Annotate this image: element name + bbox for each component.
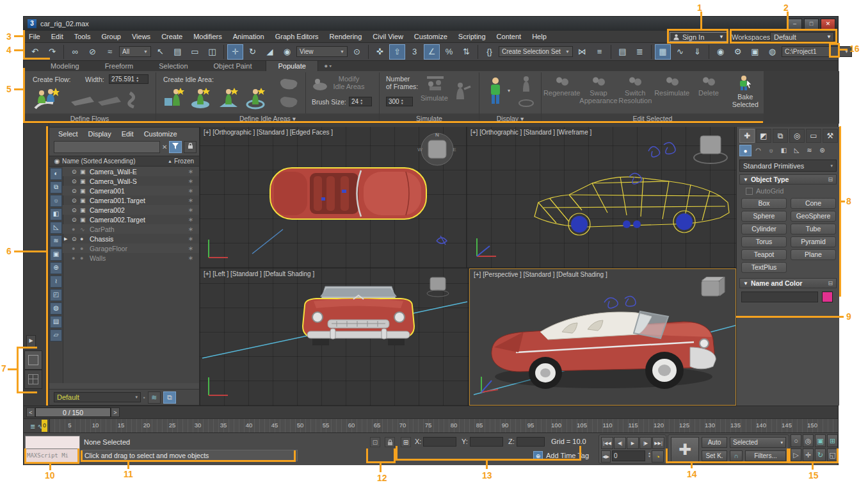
ribbon-button-bake-selected[interactable]: Bake Selected: [727, 72, 763, 108]
rectangular-selection-icon[interactable]: ▭: [187, 44, 203, 60]
car-top-view[interactable]: [245, 159, 462, 261]
align-icon[interactable]: ≡: [591, 44, 607, 60]
select-and-move-icon[interactable]: ✛: [227, 44, 243, 60]
display-cameras-icon[interactable]: ◧: [50, 208, 62, 220]
visibility-eye-icon[interactable]: ⊙: [72, 236, 80, 242]
visibility-eye-icon[interactable]: ●: [72, 245, 80, 252]
name-column-header[interactable]: Name (Sorted Ascending): [62, 158, 136, 165]
layer-explorer-toggle-icon[interactable]: ≣: [632, 44, 648, 60]
autogrid-checkbox[interactable]: [746, 188, 753, 195]
maxscript-mini-listener-top[interactable]: [25, 436, 80, 449]
ribbon-button-delete[interactable]: Delete: [691, 72, 727, 97]
layer-flyout-icon[interactable]: ▪: [143, 395, 145, 400]
time-configuration-icon[interactable]: ◔: [652, 450, 664, 463]
explorer-menu-select[interactable]: Select: [58, 130, 78, 138]
frozen-state-icon[interactable]: ∗: [188, 254, 193, 261]
viewport-label[interactable]: [+] [Orthographic ] [Standard ] [Wirefra…: [470, 129, 591, 136]
use-pivot-point-icon[interactable]: ⊙: [349, 44, 365, 60]
menu-views[interactable]: Views: [132, 33, 150, 40]
ribbon-button-resimulate[interactable]: Resimulate: [654, 72, 690, 97]
modify-tab[interactable]: ◩: [756, 129, 771, 143]
primitive-button-cone[interactable]: Cone: [791, 198, 836, 209]
scene-object-row[interactable]: ⊙▣Camera_Wall-S∗: [63, 176, 199, 186]
scene-object-row[interactable]: ●●GarageFloor∗: [63, 243, 199, 253]
scene-object-row[interactable]: ●●Walls∗: [63, 253, 199, 263]
systems-subtab[interactable]: ⊛: [816, 145, 828, 156]
minimize-button[interactable]: –: [787, 19, 802, 29]
geometry-subtab[interactable]: ●: [739, 145, 751, 156]
z-coordinate-field[interactable]: [517, 437, 545, 447]
select-and-manipulate-icon[interactable]: ✜: [372, 44, 388, 60]
percent-snap-icon[interactable]: %: [441, 44, 457, 60]
primitive-button-cylinder[interactable]: Cylinder: [741, 224, 787, 234]
menu-animation[interactable]: Animation: [233, 33, 264, 40]
visibility-eye-icon[interactable]: ⊙: [72, 188, 80, 194]
viewport-layout-tab-a[interactable]: [24, 350, 42, 370]
reference-coordinate-dropdown[interactable]: View▼: [296, 46, 348, 57]
viewport-perspective[interactable]: [+] [Perspective ] [Standard ] [Default …: [469, 268, 736, 406]
zoom-icon[interactable]: ○: [791, 434, 801, 447]
next-frame-arrow[interactable]: >: [111, 407, 120, 417]
scene-object-row[interactable]: ⊙▣Camera001∗: [63, 186, 199, 195]
spinner-arrows-icon[interactable]: ▲▼: [136, 76, 139, 83]
menu-content[interactable]: Content: [497, 33, 522, 40]
frozen-state-icon[interactable]: ∗: [188, 226, 193, 233]
time-slider[interactable]: < 0 / 150 >: [24, 406, 838, 418]
material-editor-icon[interactable]: ◉: [712, 44, 728, 60]
current-frame-marker[interactable]: 0: [42, 420, 47, 432]
display-tab[interactable]: ▭: [806, 129, 821, 143]
create-flow-icon[interactable]: [34, 86, 60, 110]
create-selection-set-dropdown[interactable]: Create Selection Set▼: [499, 46, 573, 57]
display-xrefs-icon[interactable]: ⊕: [50, 262, 62, 274]
helpers-subtab[interactable]: ◺: [791, 145, 803, 156]
visibility-eye-icon[interactable]: ●: [72, 255, 80, 261]
viewcube[interactable]: [425, 275, 451, 298]
frozen-state-icon[interactable]: ∗: [188, 197, 193, 204]
menu-file[interactable]: File: [29, 33, 40, 40]
viewport-label[interactable]: [+] [Orthographic ] [Standard ] [Edged F…: [204, 129, 333, 136]
utilities-tab[interactable]: ⚒: [823, 129, 838, 143]
display-bones-icon[interactable]: ≀: [50, 275, 62, 288]
display-people-icon[interactable]: [488, 76, 502, 108]
curve-editor-icon[interactable]: ∿: [672, 44, 688, 60]
display-list-icon[interactable]: ▤: [50, 316, 62, 328]
ribbon-tab-populate[interactable]: Populate: [266, 60, 317, 71]
bind-to-space-warp-icon[interactable]: ≈: [102, 44, 118, 60]
primitive-category-dropdown[interactable]: Standard Primitives ▾: [739, 160, 837, 172]
undo-icon[interactable]: ↶: [27, 44, 43, 60]
primitive-button-pyramid[interactable]: Pyramid: [791, 236, 836, 247]
track-bar[interactable]: ≣ ∿ 0 5101520253035404550556065707580859…: [24, 418, 838, 432]
spinner-arrows-icon[interactable]: ▲▼: [360, 99, 363, 105]
display-helpers-icon[interactable]: ◺: [50, 222, 62, 234]
frozen-state-icon[interactable]: ∗: [188, 235, 193, 242]
car-perspective-view[interactable]: [479, 275, 728, 401]
ribbon-toggle-icon[interactable]: ▦: [655, 44, 671, 60]
display-groups-icon[interactable]: ▣: [50, 249, 62, 261]
viewcube[interactable]: [692, 132, 729, 165]
display-containers-icon[interactable]: ◰: [50, 289, 62, 301]
create-tab[interactable]: ✚: [739, 129, 755, 143]
visibility-eye-icon[interactable]: ⊙: [72, 197, 80, 204]
layers-stack-icon[interactable]: ≋: [148, 391, 161, 404]
y-coordinate-field[interactable]: [470, 437, 503, 447]
window-crossing-icon[interactable]: ◫: [204, 44, 220, 60]
menu-create[interactable]: Create: [161, 33, 182, 40]
viewport-top-right-orthographic[interactable]: [+] [Orthographic ] [Standard ] [Wirefra…: [467, 127, 736, 268]
scene-object-row[interactable]: ⊙▣Camera001.Target∗: [63, 195, 199, 205]
select-and-link-icon[interactable]: ∞: [67, 44, 83, 60]
selection-lock-icon[interactable]: [385, 437, 395, 447]
menu-tools[interactable]: Tools: [74, 33, 91, 40]
mirror-icon[interactable]: ⋈: [574, 44, 590, 60]
select-by-name-icon[interactable]: ▤: [170, 44, 186, 60]
go-to-end-button[interactable]: ▶▶|: [652, 437, 664, 449]
viewport-top-orthographic[interactable]: [+] [Orthographic ] [Standard ] [Edged F…: [200, 127, 466, 268]
display-folder-icon[interactable]: ▱: [50, 329, 62, 341]
frozen-column-header[interactable]: Frozen: [174, 158, 194, 165]
object-color-swatch[interactable]: [822, 292, 833, 302]
keyboard-override-icon[interactable]: ⇧: [389, 44, 405, 60]
explorer-menu-edit[interactable]: Edit: [122, 130, 134, 138]
unlink-selection-icon[interactable]: ⊘: [84, 44, 100, 60]
redo-icon[interactable]: ↷: [44, 44, 60, 60]
primitive-button-geosphere[interactable]: GeoSphere: [791, 211, 836, 222]
current-frame-field[interactable]: [612, 450, 645, 461]
